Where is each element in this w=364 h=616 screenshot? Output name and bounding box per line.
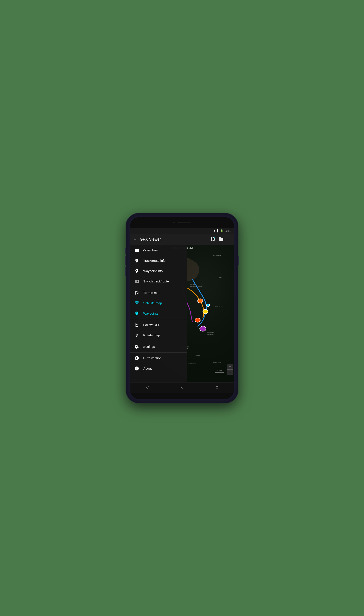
satellite-map-icon <box>134 301 139 306</box>
track-info-icon <box>134 258 139 263</box>
zoom-controls: + − <box>227 364 233 375</box>
divider-3 <box>130 341 187 341</box>
divider-2 <box>130 319 187 319</box>
front-camera <box>173 222 174 223</box>
waypoint-info-icon <box>134 268 139 274</box>
svg-point-3 <box>203 309 208 314</box>
map-label-wmp: WhiteMountain Peak <box>190 284 202 287</box>
nav-recents-button[interactable]: □ <box>211 383 222 392</box>
menu-item-about[interactable]: About <box>130 363 187 374</box>
divider-4 <box>130 352 187 353</box>
open-folder-icon[interactable] <box>219 236 224 243</box>
pro-version-label: PRO version <box>143 356 162 360</box>
nav-home-button[interactable]: ○ <box>177 383 188 392</box>
more-options-icon[interactable]: ⋮ <box>227 237 231 242</box>
settings-label: Settings <box>143 345 155 348</box>
silent-button[interactable] <box>125 248 126 254</box>
phone-device: ▼ ▋ 🔋 20:51 ← GPX Viewer <box>126 213 238 403</box>
drawer-menu: Open files Track/route info <box>130 245 187 382</box>
phone-screen: ▼ ▋ 🔋 20:51 ← GPX Viewer <box>130 217 234 399</box>
pro-version-icon <box>134 356 139 361</box>
nav-bar: ◁ ○ □ <box>130 382 234 393</box>
waypoint-info-label: Waypoint info <box>143 269 163 273</box>
svg-point-1 <box>214 237 215 238</box>
nav-back-button[interactable]: ◁ <box>142 383 153 392</box>
scale-label: 20 km <box>217 370 222 371</box>
power-button[interactable] <box>238 256 239 265</box>
terrain-map-label: Terrain map <box>143 291 160 295</box>
status-bar: ▼ ▋ 🔋 20:51 <box>130 228 234 234</box>
satellite-map-label: Satellite map <box>143 301 162 305</box>
top-bezel <box>130 217 234 228</box>
open-files-label: Open files <box>143 248 158 252</box>
map-label-columbus: Columbus <box>213 255 221 257</box>
about-icon <box>134 366 139 371</box>
map-label-dyer: Dyer <box>218 277 222 279</box>
menu-item-terrain-map[interactable]: Terrain map <box>130 288 187 298</box>
menu-item-follow-gps[interactable]: Follow GPS <box>130 320 187 330</box>
svg-point-5 <box>207 304 210 306</box>
menu-item-switch-track[interactable]: Switch track/route <box>130 276 187 287</box>
track-info-label: Track/route info <box>143 259 166 262</box>
volume-up-button[interactable] <box>125 256 126 265</box>
scale-bar-line <box>215 372 224 373</box>
speaker-grille <box>178 222 191 223</box>
terrain-map-icon <box>134 290 139 295</box>
map-label-waucoba: WaucobaMountain <box>207 331 214 335</box>
map-label-manzanar: Manzanar <box>213 362 221 364</box>
svg-point-6 <box>200 326 206 331</box>
about-label: About <box>143 367 152 370</box>
volume-down-button[interactable] <box>125 267 126 276</box>
menu-item-waypoint-info[interactable]: Waypoint info <box>130 266 187 276</box>
back-button[interactable]: ← <box>133 237 137 242</box>
svg-point-2 <box>198 299 203 303</box>
svg-point-4 <box>195 318 200 322</box>
open-files-icon <box>134 248 139 253</box>
menu-item-pro-version[interactable]: PRO version <box>130 353 187 363</box>
rotate-map-icon <box>134 333 139 338</box>
waypoints-icon <box>134 311 139 316</box>
menu-item-rotate-map[interactable]: Rotate map <box>130 330 187 341</box>
waypoints-label: Waypoints <box>143 312 158 315</box>
map-label-deepspring: Deep Spring <box>215 305 225 307</box>
battery-icon: 🔋 <box>220 229 223 233</box>
follow-gps-label: Follow GPS <box>143 323 160 327</box>
map-layers-icon[interactable] <box>210 236 216 243</box>
follow-gps-icon <box>134 322 139 328</box>
signal-icon: ▋ <box>217 229 219 233</box>
main-content: Columbus WhiteMountain Peak Dyer Deep Sp… <box>130 245 234 382</box>
map-label-indep: Indep <box>195 355 200 357</box>
rotate-map-label: Rotate map <box>143 333 160 337</box>
menu-item-waypoints[interactable]: Waypoints <box>130 308 187 319</box>
toolbar-title: GPX Viewer <box>140 237 208 242</box>
toolbar-actions: ⋮ <box>210 236 231 243</box>
svg-point-9 <box>136 335 137 336</box>
menu-item-track-info[interactable]: Track/route info <box>130 256 187 266</box>
menu-item-open-files[interactable]: Open files <box>130 245 187 256</box>
settings-icon <box>134 344 139 349</box>
bottom-bezel <box>130 393 234 399</box>
wifi-icon: ▼ <box>213 229 216 233</box>
scale-bar: 20 km <box>215 370 224 373</box>
switch-track-label: Switch track/route <box>143 279 169 283</box>
svg-point-8 <box>136 324 137 325</box>
switch-track-icon <box>134 279 139 284</box>
menu-item-satellite-map[interactable]: Satellite map <box>130 298 187 308</box>
zoom-in-button[interactable]: + <box>227 364 233 370</box>
svg-rect-7 <box>135 262 139 262</box>
status-icons: ▼ ▋ 🔋 20:51 <box>213 229 231 233</box>
divider-1 <box>130 287 187 287</box>
status-time: 20:51 <box>225 230 231 232</box>
menu-item-settings[interactable]: Settings <box>130 342 187 352</box>
toolbar: ← GPX Viewer ⋮ <box>130 234 234 245</box>
map-label-cedargrove: Cedar Grove <box>186 363 196 365</box>
zoom-out-button[interactable]: − <box>227 370 233 375</box>
